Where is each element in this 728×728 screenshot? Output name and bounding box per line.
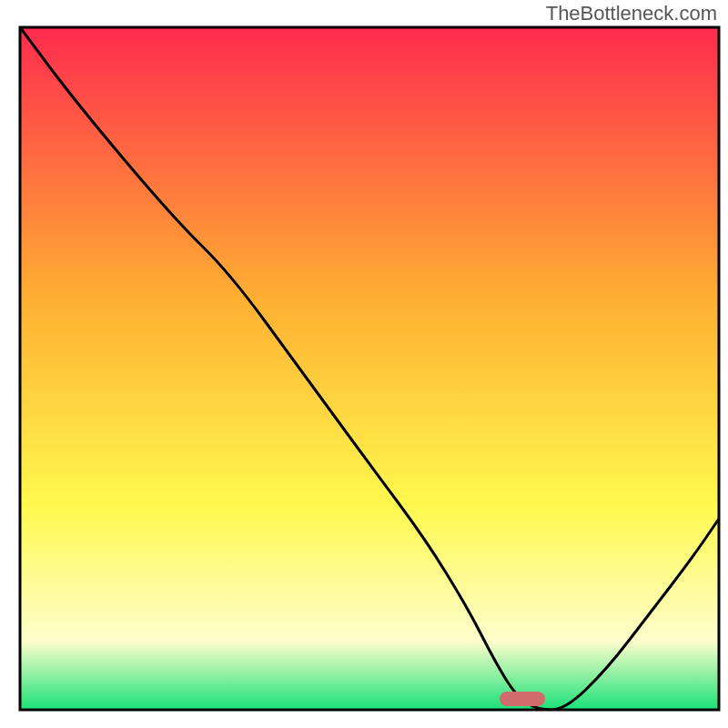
bottleneck-chart xyxy=(0,0,728,728)
gradient-background xyxy=(20,27,719,710)
optimal-marker xyxy=(500,692,545,706)
chart-container: { "attribution": "TheBottleneck.com", "c… xyxy=(0,0,728,728)
